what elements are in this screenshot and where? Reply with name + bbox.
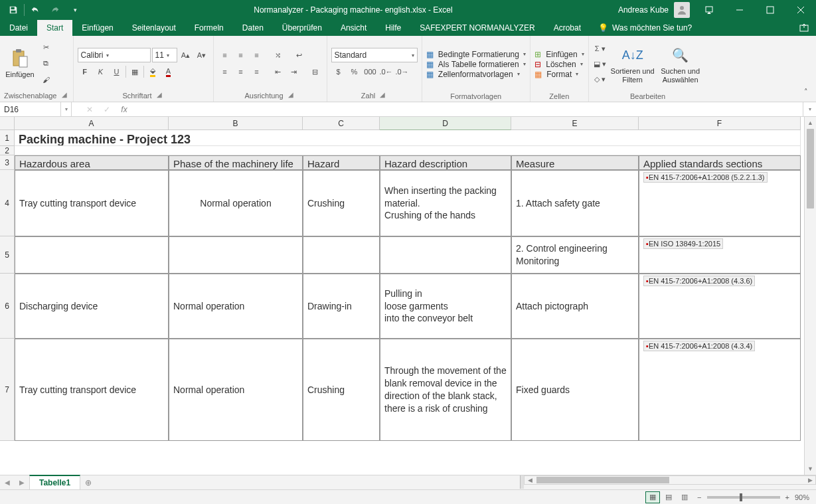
table-cell[interactable]: When inserting the packing material. Cru… — [380, 170, 511, 236]
tab-start[interactable]: Start — [37, 20, 72, 36]
fx-icon[interactable]: fx — [116, 102, 133, 116]
horizontal-scrollbar[interactable]: ◀ ▶ — [524, 475, 816, 485]
column-header[interactable]: E — [511, 117, 639, 130]
merge-icon[interactable]: ⊟ — [308, 64, 323, 79]
sort-filter-button[interactable]: A↓Z Sortieren und Filtern — [610, 41, 655, 88]
tab-ansicht[interactable]: Ansicht — [331, 20, 376, 36]
tab-hilfe[interactable]: Hilfe — [376, 20, 410, 36]
format-cells-button[interactable]: ▦ Format▾ — [534, 70, 584, 79]
fill-color-icon[interactable]: ⬙ — [145, 64, 160, 79]
table-cell[interactable]: Drawing-in — [303, 274, 380, 339]
decrease-decimal-icon[interactable]: .0→ — [395, 64, 410, 79]
table-cell[interactable] — [15, 236, 169, 274]
scroll-down-icon[interactable]: ▼ — [805, 463, 816, 475]
ribbon-options-icon[interactable] — [694, 0, 724, 20]
tab-datei[interactable]: Datei — [0, 20, 37, 36]
close-button[interactable] — [785, 0, 816, 20]
bold-icon[interactable]: F — [78, 64, 92, 79]
tab-einfuegen[interactable]: Einfügen — [72, 20, 122, 36]
table-cell[interactable]: Crushing — [303, 339, 380, 441]
column-header[interactable]: F — [639, 117, 801, 130]
scroll-left-icon[interactable]: ◀ — [525, 477, 535, 483]
cancel-formula-icon[interactable]: ✕ — [81, 102, 98, 116]
table-cell[interactable]: Fixed guards — [511, 339, 639, 441]
cell-styles-button[interactable]: ▦ Zellenformatvorlagen▾ — [426, 70, 526, 79]
table-cell[interactable]: Attach pictograph — [511, 274, 639, 339]
wrap-text-icon[interactable]: ↩ — [292, 48, 307, 62]
dialog-launcher-icon[interactable]: ◢ — [286, 91, 295, 100]
table-cell[interactable] — [380, 236, 511, 274]
project-title[interactable]: Packing machine - Project 123 — [15, 130, 801, 146]
qa-customize-icon[interactable]: ▾ — [66, 1, 84, 19]
share-button[interactable] — [792, 23, 816, 33]
table-cell[interactable]: Crushing — [303, 170, 380, 236]
currency-icon[interactable]: $ — [331, 64, 346, 79]
table-cell[interactable]: Through the movement of the blank remova… — [380, 339, 511, 441]
page-break-view-icon[interactable]: ▥ — [677, 491, 692, 503]
percent-icon[interactable]: % — [347, 64, 362, 79]
vertical-scrollbar[interactable]: ▲ ▼ — [804, 117, 816, 475]
italic-icon[interactable]: K — [94, 64, 108, 79]
align-left-icon[interactable]: ≡ — [218, 64, 232, 79]
indent-dec-icon[interactable]: ⇤ — [271, 64, 286, 79]
format-painter-icon[interactable]: 🖌 — [39, 72, 53, 87]
table-cell[interactable]: Normal operation — [169, 339, 303, 441]
align-center-icon[interactable]: ≡ — [234, 64, 248, 79]
insert-cells-button[interactable]: ⊞ Einfügen▾ — [534, 50, 584, 59]
paste-button[interactable]: Einfügen — [4, 41, 36, 87]
table-cell[interactable]: ▪EN 415-7:2006+A1:2008 (4.3.4) — [639, 339, 801, 441]
scroll-right-icon[interactable]: ▶ — [805, 477, 815, 483]
copy-icon[interactable]: ⧉ — [39, 56, 53, 71]
scroll-up-icon[interactable]: ▲ — [805, 117, 816, 129]
tell-me-search[interactable]: 💡 Was möchten Sie tun? — [590, 23, 700, 33]
underline-icon[interactable]: U — [110, 64, 124, 79]
table-header-cell[interactable]: Measure — [511, 155, 639, 170]
orientation-icon[interactable]: ⤭ — [271, 48, 286, 62]
sheet-nav-prev-icon[interactable]: ◀ — [0, 479, 15, 486]
tab-acrobat[interactable]: Acrobat — [544, 20, 590, 36]
tab-ueberpruefen[interactable]: Überprüfen — [273, 20, 331, 36]
table-header-cell[interactable]: Hazard — [303, 155, 380, 170]
row-header[interactable]: 1 — [0, 130, 15, 146]
undo-icon[interactable] — [26, 1, 44, 19]
borders-icon[interactable]: ▦ — [127, 64, 142, 79]
name-box-dropdown-icon[interactable]: ▾ — [61, 102, 72, 116]
column-header[interactable]: C — [303, 117, 380, 130]
select-all-corner[interactable] — [0, 117, 15, 130]
align-right-icon[interactable]: ≡ — [250, 64, 264, 79]
table-cell[interactable] — [303, 236, 380, 274]
zoom-out-icon[interactable]: − — [697, 493, 701, 501]
table-cell[interactable]: ▪EN 415-7:2006+A1:2008 (4.3.6) — [639, 274, 801, 339]
table-header-cell[interactable]: Hazardous area — [15, 155, 169, 170]
zoom-slider[interactable] — [707, 496, 780, 499]
user-avatar-icon[interactable] — [674, 2, 690, 18]
table-header-cell[interactable]: Hazard description — [380, 155, 511, 170]
sheet-nav-next-icon[interactable]: ▶ — [15, 479, 29, 486]
table-header-cell[interactable]: Phase of the machinery life — [169, 155, 303, 170]
autosum-icon[interactable]: Σ ▾ — [593, 42, 608, 56]
zoom-level[interactable]: 90% — [795, 493, 809, 501]
tab-formeln[interactable]: Formeln — [185, 20, 233, 36]
tab-seitenlayout[interactable]: Seitenlayout — [123, 20, 185, 36]
increase-decimal-icon[interactable]: .0← — [379, 64, 394, 79]
column-header[interactable]: B — [169, 117, 303, 130]
row-header[interactable]: 3 — [0, 155, 15, 170]
table-cell[interactable]: Tray cutting transport device — [15, 170, 169, 236]
table-cell[interactable]: 2. Control engineering Monitoring — [511, 236, 639, 274]
font-color-icon[interactable]: A — [161, 64, 176, 79]
dialog-launcher-icon[interactable]: ◢ — [155, 91, 164, 100]
cell[interactable] — [15, 146, 801, 155]
comma-icon[interactable]: 000 — [363, 64, 378, 79]
font-size-combo[interactable]: 11▾ — [152, 48, 177, 62]
scroll-thumb[interactable] — [807, 129, 814, 209]
save-icon[interactable] — [4, 1, 23, 19]
table-cell[interactable]: Normal operation — [169, 170, 303, 236]
column-header[interactable]: A — [15, 117, 169, 130]
expand-formula-bar-icon[interactable]: ▾ — [803, 102, 816, 116]
table-cell[interactable]: Pulling in loose garments into the conve… — [380, 274, 511, 339]
row-header[interactable]: 5 — [0, 236, 15, 274]
indent-inc-icon[interactable]: ⇥ — [287, 64, 301, 79]
column-header[interactable]: D — [380, 117, 511, 130]
table-cell[interactable]: Normal operation — [169, 274, 303, 339]
format-as-table-button[interactable]: ▦ Als Tabelle formatieren▾ — [426, 60, 526, 69]
